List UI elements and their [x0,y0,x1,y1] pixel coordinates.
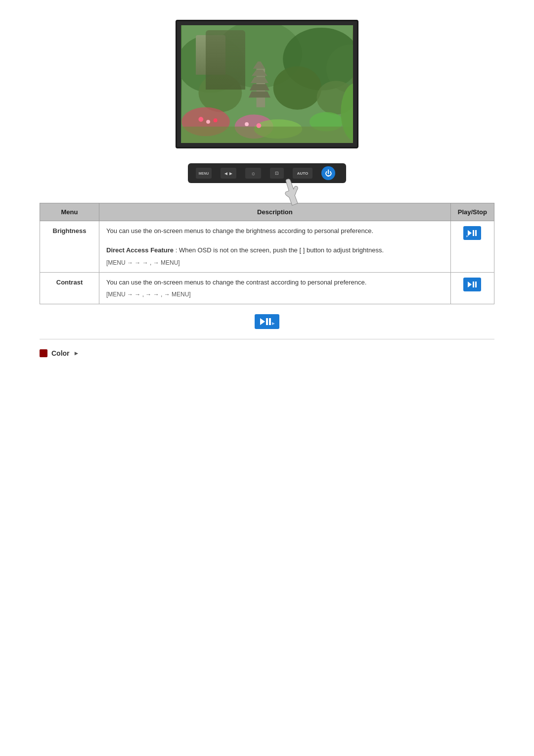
svg-rect-33 [475,282,477,287]
brightness-description: You can use the on-screen menus to chang… [99,221,451,273]
contrast-desc-line1: You can use the on-screen menus to chang… [106,278,444,287]
color-arrow: ► [74,350,80,357]
direct-access-rest: : When OSD is not on the screen, push th… [174,246,384,254]
direct-access-label: Direct Access Feature [106,246,174,254]
brightness-playstop-icon: ▶ [463,226,481,240]
brightness-button[interactable]: ☼ [245,168,261,179]
button-bar: MENU ◄► ☼ ⊡ AUTO ⏻ [188,163,346,183]
brightness-label: Brightness [40,221,99,273]
contrast-label: Contrast [40,272,99,304]
svg-point-22 [257,123,262,128]
table-header-menu: Menu [40,203,99,221]
brightness-nav: [MENU → → → , → MENU] [106,258,444,267]
monitor-frame [176,20,358,148]
svg-rect-36 [266,318,268,325]
contrast-playstop-cell [450,272,494,304]
bottom-icon-container: ▶ [40,314,494,329]
svg-point-1 [181,35,244,93]
svg-rect-18 [181,127,352,143]
monitor-container [40,20,494,148]
monitor-screen [181,25,353,143]
display-button[interactable]: ⊡ [270,168,284,179]
page-content: MENU ◄► ☼ ⊡ AUTO ⏻ [40,20,494,357]
svg-rect-27 [473,230,474,236]
color-label: Color [51,349,70,357]
svg-point-23 [245,122,249,126]
table-row: Contrast You can use the on-screen menus… [40,272,494,304]
svg-marker-9 [250,84,269,91]
brightness-direct-access: Direct Access Feature : When OSD is not … [106,245,444,255]
table-header-playstop: Play/Stop [450,203,494,221]
svg-point-21 [214,118,218,122]
color-icon [40,349,47,357]
svg-point-12 [273,66,322,110]
svg-point-11 [198,74,242,112]
svg-rect-28 [475,230,477,236]
info-table: Menu Description Play/Stop Brightness Yo… [40,203,494,304]
contrast-description: You can use the on-screen menus to chang… [99,272,451,304]
svg-marker-10 [249,92,270,98]
section-divider [40,339,494,339]
button-bar-container: MENU ◄► ☼ ⊡ AUTO ⏻ [40,163,494,183]
svg-rect-30 [465,279,479,290]
scenic-image [181,25,353,143]
bottom-play-icon: ▶ [255,314,279,329]
svg-point-20 [206,120,210,124]
menu-button[interactable]: MENU [196,168,212,179]
contrast-playstop-icon [463,278,481,291]
svg-point-19 [198,117,203,122]
power-button[interactable]: ⏻ [321,166,335,180]
table-header-description: Description [99,203,451,221]
arrow-button[interactable]: ◄► [221,168,236,179]
table-row: Brightness You can use the on-screen men… [40,221,494,273]
svg-rect-37 [269,318,271,325]
brightness-playstop-cell: ▶ [450,221,494,273]
contrast-nav: [MENU → → , → → , → MENU] [106,290,444,299]
brightness-desc-line1: You can use the on-screen menus to chang… [106,226,444,236]
color-section: Color ► [40,349,494,357]
svg-rect-32 [473,282,474,287]
